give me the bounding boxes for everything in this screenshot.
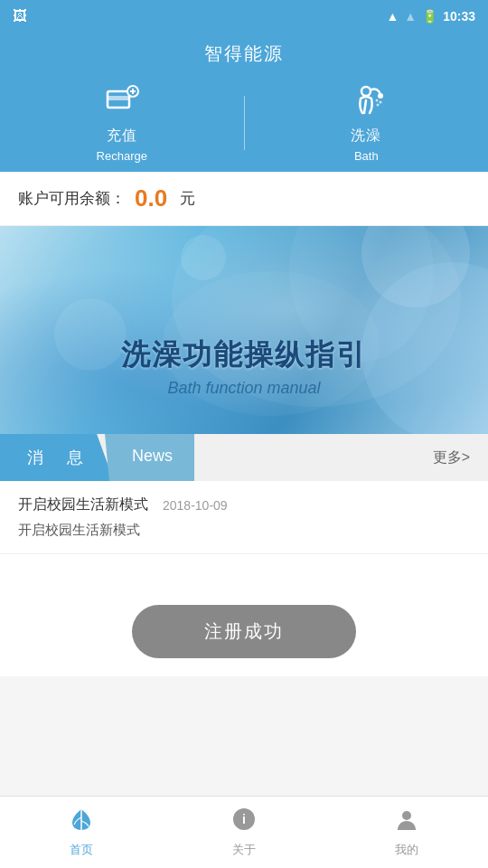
register-button[interactable]: 注册成功: [132, 605, 356, 658]
banner-title-cn: 洗澡功能操纵指引: [0, 335, 488, 375]
svg-point-15: [402, 811, 411, 820]
balance-bar: 账户可用余额： 0.0 元: [0, 172, 488, 226]
svg-text:i: i: [242, 812, 246, 826]
status-bar-right: ▲ ▲ 🔋 10:33: [386, 9, 475, 24]
nav-tab-bath[interactable]: 洗澡 Bath: [245, 82, 489, 163]
bottom-nav-home[interactable]: 首页: [0, 807, 163, 858]
home-leaf-icon: [69, 807, 94, 838]
about-label: 关于: [232, 842, 256, 858]
news-divider: [0, 553, 488, 554]
news-tab-news[interactable]: News: [105, 434, 194, 481]
bath-label-en: Bath: [354, 149, 379, 163]
time-display: 10:33: [443, 9, 475, 24]
bottom-nav-mine[interactable]: 我的: [325, 807, 488, 858]
nav-tabs: 充值 Recharge 洗澡 Bath: [0, 79, 488, 172]
svg-point-5: [361, 87, 371, 96]
recharge-label-cn: 充值: [107, 127, 137, 146]
news-content: 开启校园生活新模式 2018-10-09 开启校园生活新模式: [0, 481, 488, 569]
news-item-title: 开启校园生活新模式: [18, 495, 148, 514]
bath-label-cn: 洗澡: [351, 127, 381, 146]
svg-point-9: [377, 104, 380, 107]
recharge-label-en: Recharge: [97, 149, 147, 163]
banner: 洗澡功能操纵指引 Bath function manual: [0, 226, 488, 434]
svg-point-7: [376, 99, 379, 102]
balance-value: 0.0: [135, 184, 167, 212]
news-item-header: 开启校园生活新模式 2018-10-09: [18, 495, 470, 514]
home-label: 首页: [70, 842, 93, 858]
bath-icon: [348, 82, 384, 123]
about-info-icon: i: [231, 807, 257, 838]
recharge-icon: [104, 82, 140, 123]
app-title: 智得能源: [204, 43, 284, 63]
status-bar-left: 🖼: [13, 8, 27, 24]
banner-title-en: Bath function manual: [0, 379, 488, 398]
svg-rect-1: [108, 96, 129, 100]
mine-person-icon: [394, 807, 419, 838]
app-header: 智得能源: [0, 33, 488, 79]
svg-point-6: [378, 93, 383, 99]
news-more-button[interactable]: 更多>: [415, 434, 488, 481]
nav-tab-recharge[interactable]: 充值 Recharge: [0, 82, 244, 163]
balance-unit: 元: [180, 188, 195, 209]
banner-text: 洗澡功能操纵指引 Bath function manual: [0, 335, 488, 398]
balance-label: 账户可用余额：: [18, 188, 126, 209]
battery-icon: 🔋: [422, 9, 437, 24]
bottom-nav: 首页 i 关于 我的: [0, 796, 488, 868]
status-bar: 🖼 ▲ ▲ 🔋 10:33: [0, 0, 488, 33]
news-item-date: 2018-10-09: [163, 498, 228, 513]
news-item-body: 开启校园生活新模式: [18, 522, 470, 553]
news-header: 消 息 News 更多>: [0, 434, 488, 481]
banner-drops: [0, 226, 488, 434]
register-section: 注册成功: [0, 569, 488, 676]
image-icon: 🖼: [13, 8, 27, 24]
svg-point-8: [380, 101, 382, 104]
bottom-nav-about[interactable]: i 关于: [163, 807, 325, 858]
mine-label: 我的: [395, 842, 418, 858]
wifi-icon: ▲: [386, 9, 399, 24]
news-tab-messages[interactable]: 消 息: [0, 434, 114, 481]
signal-icon: ▲: [404, 9, 417, 24]
